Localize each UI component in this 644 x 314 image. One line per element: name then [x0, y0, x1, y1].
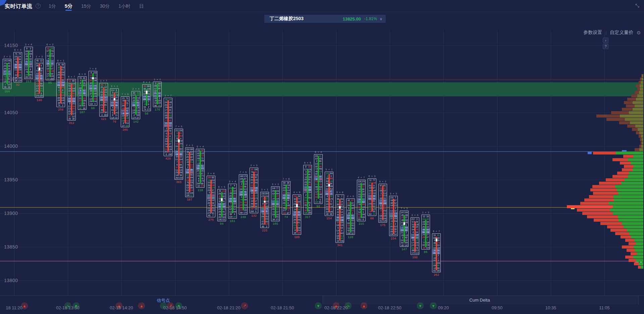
volume-profile-row: [629, 259, 643, 262]
bid-ask-row: 250156: [175, 177, 182, 179]
signal-marker-green-down[interactable]: ▼: [315, 302, 322, 309]
profile-buy-bar: [628, 158, 643, 161]
ask-volume: 101: [319, 163, 322, 165]
bid-ask-row: 384: [229, 213, 236, 216]
candle-summary-label: 3 × 1: [261, 188, 268, 191]
signal-marker-red-up[interactable]: ▲: [138, 302, 145, 309]
volume-profile-row: [639, 135, 643, 138]
tab-1小时[interactable]: 1小时: [118, 0, 130, 12]
volume-profile-row: [622, 245, 643, 249]
tab-5分[interactable]: 5分: [65, 0, 72, 12]
bid-ask-row: 5913: [250, 208, 258, 210]
ask-volume: 3: [415, 218, 419, 221]
bid-ask-row: 93301: [143, 85, 150, 88]
ask-volume: 117: [276, 211, 279, 213]
ask-volume: 164: [222, 206, 225, 208]
candle-delta-label: 164: [4, 90, 10, 93]
signal-marker-red-swing[interactable]: ↗: [241, 302, 248, 309]
panel-help-button[interactable]: ?: [603, 44, 608, 49]
ask-volume: 294: [308, 191, 311, 194]
ask-volume: 116: [201, 152, 204, 155]
tab-30分[interactable]: 30分: [100, 0, 110, 12]
ask-volume: 79: [415, 228, 419, 231]
ask-volume: 122: [211, 181, 215, 184]
bid-ask-row: 742: [57, 104, 64, 107]
help-icon[interactable]: ?: [36, 3, 41, 8]
bid-ask-row: 14653: [218, 218, 225, 221]
chevron-down-icon[interactable]: ∨: [380, 17, 382, 21]
profile-buy-bar: [620, 115, 643, 118]
param-settings-button[interactable]: 参数设置: [583, 30, 602, 36]
ask-volume: 97: [201, 172, 204, 175]
ask-volume: 206: [233, 211, 236, 213]
delta-bar: [285, 185, 287, 210]
ask-volume: 6: [115, 89, 118, 91]
ask-volume: 64: [340, 208, 343, 211]
ask-volume: 254: [319, 180, 322, 183]
delta-bar: [328, 174, 330, 213]
tab-1分[interactable]: 1分: [49, 0, 56, 12]
volume-profile-row: [612, 175, 643, 178]
bid-volume: 93: [100, 84, 104, 86]
volume-profile-row: [638, 266, 643, 269]
ask-volume: 303: [211, 191, 215, 194]
ask-volume: 157: [297, 214, 301, 216]
ask-volume: 173: [147, 108, 150, 111]
ask-volume: 2: [7, 70, 11, 73]
ask-volume: 73: [201, 157, 204, 160]
bid-volume: 217: [412, 218, 415, 221]
ask-volume: 214: [383, 194, 386, 197]
bid-ask-row: 2173: [411, 218, 419, 221]
custom-volprice-button[interactable]: 自定义量价: [610, 30, 633, 36]
ask-volume: 212: [125, 122, 129, 124]
bid-ask-row: 238204: [261, 192, 268, 195]
time-gridline: [121, 30, 122, 296]
orderflow-chart[interactable]: 1415014100140501400013950139001385013800…: [0, 12, 644, 314]
ask-volume: 196: [18, 69, 21, 71]
profile-buy-bar: [637, 94, 643, 97]
candle-box: 5360318116611464246167104234297120921691…: [67, 79, 76, 121]
candle-summary-label: 1 × 7: [164, 94, 171, 97]
collapse-icon[interactable]: ⤡: [635, 3, 639, 9]
tab-15分[interactable]: 15分: [81, 0, 91, 12]
ask-volume: 292: [286, 194, 290, 196]
top-bar: 实时订单流 ? 1分5分15分30分1小时日 ⤡: [0, 0, 644, 12]
bid-volume: 146: [218, 218, 222, 221]
ask-volume: 215: [190, 166, 193, 169]
tab-日[interactable]: 日: [139, 0, 144, 12]
volume-profile-row: [623, 155, 643, 158]
ask-volume: 261: [308, 207, 311, 209]
ask-volume: 188: [308, 189, 311, 191]
volume-profile-row: [619, 121, 643, 124]
profile-sell-bar: [582, 212, 613, 215]
symbol-header[interactable]: 丁二烯橡胶2503 13825.00 -1.81% ∨: [264, 15, 386, 23]
open-line: [0, 151, 621, 152]
bid-volume: 143: [4, 59, 7, 62]
candle-summary-label: 3 × 4: [25, 43, 32, 46]
bid-ask-row: 264284: [46, 78, 54, 80]
ask-volume: 4: [158, 90, 161, 92]
profile-buy-bar: [630, 121, 643, 124]
bid-ask-row: 96169: [154, 104, 161, 107]
candle-summary-label: 1 × 3: [422, 211, 429, 214]
profile-buy-bar: [641, 266, 643, 269]
ask-volume: 278: [201, 185, 204, 187]
profile-buy-bar: [629, 111, 643, 114]
ask-volume: 28: [7, 86, 11, 89]
time-axis-label: 02-18 14:20: [110, 305, 133, 310]
ask-volume: 236: [426, 231, 429, 234]
ask-volume: 199: [405, 214, 408, 217]
eye-icon[interactable]: ⊙: [637, 30, 641, 35]
bid-volume: 19: [197, 185, 200, 187]
candle-box: 2173572852136461064796343136300993412617…: [411, 217, 419, 255]
bid-volume: 2: [315, 198, 318, 201]
candle-box: 7479928225714306221102534364225445244514…: [335, 194, 344, 243]
ask-volume: 63: [362, 198, 365, 201]
profile-sell-bar: [636, 131, 639, 134]
ask-volume: 113: [254, 194, 258, 197]
profile-buy-bar: [613, 205, 643, 208]
ask-volume: 231: [211, 209, 215, 212]
expand-panel-button[interactable]: ›: [603, 38, 608, 43]
ask-volume: 255: [308, 186, 311, 189]
ask-volume: 55: [319, 191, 322, 193]
